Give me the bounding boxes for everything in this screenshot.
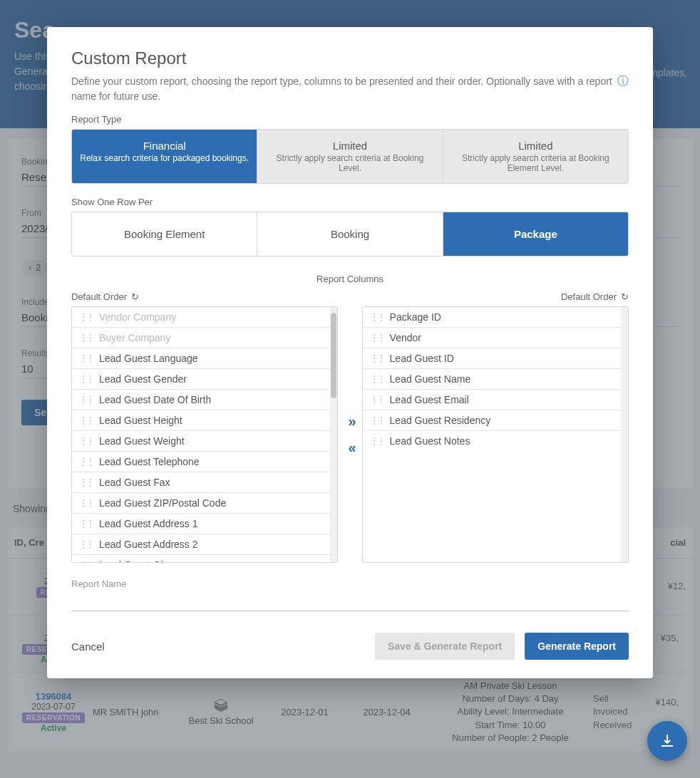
column-item[interactable]: ⋮⋮Lead Guest Telephone (72, 452, 330, 472)
column-label: Lead Guest Notes (390, 435, 470, 447)
report-name-input[interactable] (71, 591, 629, 611)
scroll-thumb[interactable] (331, 313, 336, 398)
column-item[interactable]: ⋮⋮Lead Guest Name (363, 369, 621, 390)
column-label: Lead Guest ID (390, 353, 454, 364)
column-label: Lead Guest Language (99, 353, 198, 364)
drag-handle-icon[interactable]: ⋮⋮ (370, 395, 384, 405)
column-label: Lead Guest Residency (390, 415, 491, 426)
column-item: ⋮⋮Buyer Company (72, 328, 330, 348)
column-label: Lead Guest ZIP/Postal Code (99, 497, 226, 509)
drag-handle-icon[interactable]: ⋮⋮ (79, 539, 93, 549)
drag-handle-icon[interactable]: ⋮⋮ (79, 560, 93, 562)
column-item[interactable]: ⋮⋮Vendor (363, 328, 621, 348)
drag-handle-icon[interactable]: ⋮⋮ (370, 436, 384, 446)
column-label: Lead Guest Height (99, 415, 182, 426)
drag-handle-icon[interactable]: ⋮⋮ (79, 477, 93, 487)
column-item[interactable]: ⋮⋮Lead Guest ZIP/Postal Code (72, 493, 330, 514)
drag-handle-icon[interactable]: ⋮⋮ (79, 415, 93, 425)
column-label: Lead Guest Address 2 (99, 539, 198, 550)
report-type-title: Limited (264, 140, 435, 152)
column-item[interactable]: ⋮⋮Lead Guest Residency (363, 410, 621, 431)
reset-icon[interactable]: ↻ (131, 291, 139, 302)
drag-handle-icon[interactable]: ⋮⋮ (79, 519, 93, 529)
column-label: Lead Guest Telephone (99, 456, 200, 467)
column-label: Lead Guest City (99, 559, 170, 562)
row-per-option[interactable]: Package (443, 212, 628, 256)
download-icon (659, 732, 676, 750)
column-label: Lead Guest Name (390, 373, 471, 385)
cancel-button[interactable]: Cancel (71, 640, 105, 653)
help-icon[interactable]: ⓘ (617, 73, 629, 90)
column-label: Vendor Company (99, 311, 176, 323)
row-per-selector: Booking ElementBookingPackage (71, 212, 629, 256)
row-per-label: Show One Row Per (71, 197, 629, 207)
report-type-title: Financial (79, 140, 249, 152)
download-fab[interactable] (647, 721, 687, 761)
column-label: Lead Guest Email (390, 394, 469, 405)
transfer-panel: ⋮⋮Vendor Company⋮⋮Buyer Company⋮⋮Lead Gu… (71, 306, 629, 563)
move-right-button[interactable]: » (348, 413, 351, 430)
drag-handle-icon[interactable]: ⋮⋮ (370, 312, 384, 322)
drag-handle-icon: ⋮⋮ (79, 333, 93, 343)
column-item[interactable]: ⋮⋮Package ID (363, 307, 621, 328)
drag-handle-icon[interactable]: ⋮⋮ (370, 415, 384, 425)
column-label: Lead Guest Weight (99, 435, 185, 447)
drag-handle-icon[interactable]: ⋮⋮ (79, 395, 93, 405)
available-list-body[interactable]: ⋮⋮Vendor Company⋮⋮Buyer Company⋮⋮Lead Gu… (72, 307, 330, 562)
move-left-button[interactable]: « (348, 440, 351, 456)
drag-handle-icon[interactable]: ⋮⋮ (79, 498, 93, 508)
row-per-option[interactable]: Booking Element (72, 212, 257, 256)
drag-handle-icon[interactable]: ⋮⋮ (79, 374, 93, 384)
drag-handle-icon[interactable]: ⋮⋮ (370, 333, 384, 343)
report-type-sub: Relax search criteria for packaged booki… (79, 153, 249, 163)
column-label: Package ID (390, 311, 441, 323)
report-type-title: Limited (451, 140, 621, 152)
column-label: Lead Guest Date Of Birth (99, 394, 211, 405)
column-label: Vendor (390, 332, 421, 343)
column-item[interactable]: ⋮⋮Lead Guest Fax (72, 472, 330, 493)
column-item: ⋮⋮Vendor Company (72, 307, 330, 328)
report-columns-label: Report Columns (71, 274, 629, 284)
column-item[interactable]: ⋮⋮Lead Guest Weight (72, 431, 330, 452)
scrollbar[interactable] (330, 307, 337, 562)
modal-subtitle: Define your custom report, choosing the … (71, 74, 613, 104)
column-label: Lead Guest Fax (99, 477, 170, 488)
drag-handle-icon[interactable]: ⋮⋮ (370, 353, 384, 363)
column-label: Lead Guest Gender (99, 373, 187, 385)
column-item[interactable]: ⋮⋮Lead Guest Gender (72, 369, 330, 390)
report-name-label: Report Name (71, 579, 629, 589)
column-item[interactable]: ⋮⋮Lead Guest Address 2 (72, 534, 330, 555)
column-item[interactable]: ⋮⋮Lead Guest ID (363, 348, 621, 369)
column-label: Lead Guest Address 1 (99, 518, 198, 529)
report-type-sub: Strictly apply search criteria at Bookin… (451, 153, 621, 173)
column-item[interactable]: ⋮⋮Lead Guest Language (72, 348, 330, 369)
column-item[interactable]: ⋮⋮Lead Guest City (72, 555, 330, 562)
report-type-sub: Strictly apply search criteria at Bookin… (264, 153, 435, 173)
column-item[interactable]: ⋮⋮Lead Guest Email (363, 390, 621, 410)
drag-handle-icon[interactable]: ⋮⋮ (79, 436, 93, 446)
column-item[interactable]: ⋮⋮Lead Guest Date Of Birth (72, 390, 330, 410)
reset-icon[interactable]: ↻ (621, 291, 629, 302)
drag-handle-icon[interactable]: ⋮⋮ (79, 457, 93, 467)
selected-list-body[interactable]: ⋮⋮Package ID⋮⋮Vendor⋮⋮Lead Guest ID⋮⋮Lea… (363, 307, 621, 562)
default-order-left[interactable]: Default Order (71, 291, 127, 302)
column-item[interactable]: ⋮⋮Lead Guest Notes (363, 431, 621, 451)
report-type-option[interactable]: LimitedStrictly apply search criteria at… (257, 130, 443, 183)
report-type-option[interactable]: FinancialRelax search criteria for packa… (72, 130, 257, 183)
drag-handle-icon: ⋮⋮ (79, 312, 93, 322)
modal-title: Custom Report (71, 48, 629, 68)
drag-handle-icon[interactable]: ⋮⋮ (79, 353, 93, 363)
custom-report-modal: Custom Report Define your custom report,… (47, 27, 653, 678)
column-item[interactable]: ⋮⋮Lead Guest Address 1 (72, 514, 330, 534)
row-per-option[interactable]: Booking (257, 212, 443, 256)
column-label: Buyer Company (99, 332, 170, 343)
generate-button[interactable]: Generate Report (525, 633, 629, 660)
scrollbar[interactable] (621, 307, 628, 562)
column-item[interactable]: ⋮⋮Lead Guest Height (72, 410, 330, 431)
drag-handle-icon[interactable]: ⋮⋮ (370, 374, 384, 384)
report-type-label: Report Type (71, 114, 629, 125)
default-order-right[interactable]: Default Order (561, 291, 617, 302)
selected-columns-list: ⋮⋮Package ID⋮⋮Vendor⋮⋮Lead Guest ID⋮⋮Lea… (362, 306, 629, 563)
available-columns-list: ⋮⋮Vendor Company⋮⋮Buyer Company⋮⋮Lead Gu… (71, 306, 338, 563)
report-type-option[interactable]: LimitedStrictly apply search criteria at… (443, 130, 628, 183)
